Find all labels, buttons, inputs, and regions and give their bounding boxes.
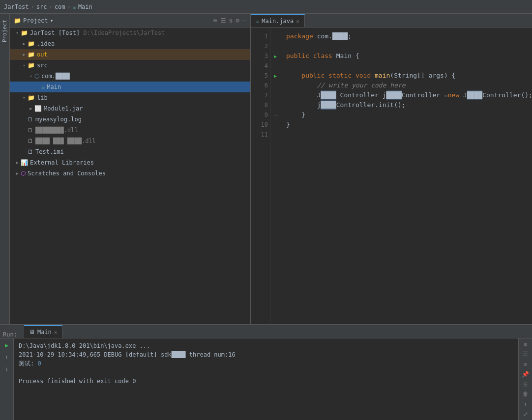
code-line-1: package com.████; [286, 31, 532, 41]
tree-item-src[interactable]: ▾ 📁 src [10, 60, 250, 71]
editor-area: ☕ Main.java ✕ 1 2 3 4 5 6 7 8 9 10 11 [251, 14, 532, 324]
tree-label-myeasylog: myeasylog.log [35, 116, 82, 123]
dropdown-icon[interactable]: ▾ [50, 17, 54, 24]
breadcrumb-sep2: › [49, 3, 53, 10]
bottom-panel: Run: 🖥 Main ✕ ▶ ↑ ↓ D:\Java\jdk1.8.0_201… [0, 324, 532, 420]
panel-title: 📁 Project ▾ [14, 17, 54, 24]
tree-label-src: src [37, 62, 48, 69]
file-icon-dll2: 🗋 [28, 138, 33, 144]
file-icon-myeasylog: 🗋 [28, 116, 33, 123]
breadcrumb-com: com [55, 3, 65, 10]
tree-item-module1[interactable]: ▶ ⬜ Module1.jar [10, 103, 250, 114]
run-icon-5[interactable]: ▶ [274, 73, 277, 79]
tree-item-com[interactable]: ▾ ⬡ com.████ [10, 71, 250, 82]
folder-icon: 📁 [14, 17, 21, 24]
bottom-tab-close[interactable]: ✕ [54, 329, 58, 336]
editor-tab-main[interactable]: ☕ Main.java ✕ [251, 14, 305, 27]
console-run-btn[interactable]: ▶ [2, 340, 12, 350]
breadcrumb-sep1: › [31, 3, 34, 10]
folder-icon-out: 📁 [28, 51, 35, 58]
file-tree: ▾ 📁 JarTest [Test] D:\IdeaProjects\JarTe… [10, 28, 250, 324]
bottom-tab-label: Main [37, 329, 52, 336]
tree-label-main: Main [47, 84, 61, 90]
arrow-jartest: ▾ [14, 30, 21, 35]
jar-icon-module1: ⬜ [34, 105, 42, 112]
settings-icon[interactable]: ⚙ [236, 17, 239, 24]
console-down-btn[interactable]: ↓ [2, 364, 12, 374]
tree-item-testimi[interactable]: 🗋 Test.imi [10, 146, 250, 157]
java-icon-main: ☕ [41, 84, 45, 90]
tree-item-lib[interactable]: ▾ 📁 lib [10, 92, 250, 103]
code-line-2 [286, 41, 532, 51]
code-content: package com.████; public class Main { pu… [280, 28, 532, 324]
arrow-scratches: ▶ [14, 171, 21, 176]
console-line-4 [19, 368, 513, 377]
code-line-9: } [286, 110, 532, 120]
code-line-11 [286, 130, 532, 140]
arrow-extlibs: ▶ [14, 160, 21, 165]
console-exit-btn[interactable]: ⤢ [521, 410, 531, 418]
project-panel-label: Project [23, 17, 48, 24]
folder-icon-src: 📁 [28, 62, 35, 69]
extlib-icon: 📊 [21, 159, 28, 166]
console-line-2: 2021-10-29 10:34:49,665 DEBUG [default] … [19, 350, 513, 359]
tab-java-icon: ☕ [256, 18, 259, 25]
run-icon-3[interactable]: ▶ [274, 54, 277, 59]
console-line-1: D:\Java\jdk1.8.0_201\bin\java.exe ... [19, 341, 513, 350]
arrow-lib: ▾ [21, 95, 28, 100]
tree-label-idea: .idea [37, 40, 55, 47]
tree-label-com: com.████ [41, 73, 70, 80]
tree-label-testimi: Test.imi [35, 148, 64, 155]
locate-icon[interactable]: ⊕ [213, 17, 217, 24]
tree-item-idea[interactable]: ▶ 📁 .idea [10, 38, 250, 49]
tree-label-module1: Module1.jar [44, 105, 83, 112]
editor-tabs: ☕ Main.java ✕ [251, 14, 532, 28]
arrow-src: ▾ [21, 63, 28, 68]
console-trash-btn[interactable]: 🗑 [521, 390, 531, 398]
console-pin-btn[interactable]: 📌 [521, 370, 531, 378]
console-right-toolbar: ⚙ ☰ ⊘ 📌 ⎘ 🗑 ↑ ⤢ [518, 338, 532, 420]
fold-icon-9[interactable]: − [274, 112, 277, 118]
console-list-btn[interactable]: ☰ [521, 350, 531, 358]
breadcrumb-sep3: › [67, 3, 70, 10]
console-output: D:\Java\jdk1.8.0_201\bin\java.exe ... 20… [14, 338, 518, 420]
sort-icon[interactable]: ⇅ [229, 17, 233, 24]
tree-item-dll2[interactable]: 🗋 ████ ███ ████.dll [10, 136, 250, 146]
console-copy-btn[interactable]: ⎘ [521, 380, 531, 388]
breadcrumb-project: JarTest [4, 3, 29, 10]
run-label: Run: [0, 331, 20, 338]
console-left-toolbar: ▶ ↑ ↓ [0, 338, 14, 420]
tree-item-jartest[interactable]: ▾ 📁 JarTest [Test] D:\IdeaProjects\JarTe… [10, 28, 250, 38]
console-up-btn[interactable]: ↑ [2, 352, 12, 362]
tree-item-extlibs[interactable]: ▶ 📊 External Libraries [10, 157, 250, 168]
code-line-3: public class Main { [286, 51, 532, 61]
arrow-com: ▾ [28, 74, 34, 79]
breadcrumb-src: src [36, 3, 47, 10]
bottom-tab-icon: 🖥 [29, 329, 35, 336]
main-area: Project 📁 Project ▾ ⊕ ☰ ⇅ ⚙ — ▾ 📁 [0, 14, 532, 324]
scratches-icon: ⬡ [21, 170, 26, 177]
tree-item-myeasylog[interactable]: 🗋 myeasylog.log [10, 114, 250, 125]
minimize-icon[interactable]: — [242, 17, 246, 24]
tab-close-main[interactable]: ✕ [296, 18, 299, 25]
tree-item-dll1[interactable]: 🗋 ████████.dll [10, 125, 250, 136]
tree-item-out[interactable]: ▶ 📁 out [10, 49, 250, 60]
folder-icon-jartest: 📁 [21, 29, 28, 36]
file-icon-dll1: 🗋 [28, 127, 33, 134]
code-line-5: public static void main(String[] args) { [286, 71, 532, 81]
left-toolbar: Project [0, 14, 10, 324]
tree-item-main[interactable]: ☕ Main [10, 82, 250, 92]
scroll-icon[interactable]: ☰ [220, 17, 226, 24]
console-clear-btn[interactable]: ⊘ [521, 361, 531, 368]
console-upload-btn[interactable]: ↑ [521, 400, 531, 408]
tree-item-scratches[interactable]: ▶ ⬡ Scratches and Consoles [10, 168, 250, 179]
tree-label-dll2: ████ ███ ████.dll [35, 138, 96, 144]
code-line-8: j████Controller.init(); [286, 100, 532, 110]
console-settings-btn[interactable]: ⚙ [521, 340, 531, 348]
project-panel-header: 📁 Project ▾ ⊕ ☰ ⇅ ⚙ — [10, 14, 250, 28]
folder-icon-idea: 📁 [28, 40, 35, 47]
tab-label-main: Main.java [262, 18, 294, 25]
project-sidebar-tab[interactable]: Project [0, 16, 9, 46]
tree-label-dll1: ████████.dll [35, 127, 78, 134]
bottom-tab-main[interactable]: 🖥 Main ✕ [24, 325, 63, 338]
